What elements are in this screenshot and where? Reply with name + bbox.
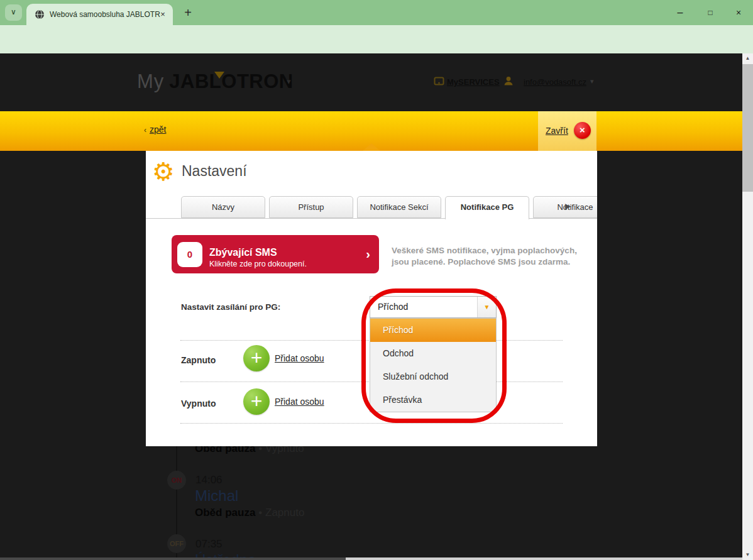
close-label: Zavřít [546, 126, 568, 136]
tab-search-chevron-button[interactable]: ∨ [5, 4, 22, 21]
browser-tab-strip: ∨ Webová samoobsluha JABLOTRON × + – □ × [0, 0, 753, 25]
account-caret-down-icon[interactable]: ▾ [590, 77, 594, 85]
close-button[interactable]: Zavřít × [538, 111, 596, 151]
window-minimize-button[interactable]: – [671, 5, 690, 20]
tab-scroll-arrow-icon[interactable]: ► [563, 200, 573, 211]
globe-favicon-icon [35, 9, 45, 19]
new-tab-button[interactable]: + [180, 5, 195, 20]
back-chevron-icon: ‹ [144, 126, 146, 135]
horizontal-scrollbar-thumb[interactable] [346, 557, 742, 560]
timeline-time: 14:06 [195, 474, 223, 486]
row-divider [180, 423, 563, 424]
window-maximize-button[interactable]: □ [701, 5, 720, 20]
user-icon [503, 75, 514, 87]
horizontal-scrollbar[interactable] [0, 557, 742, 560]
modal-title: Nastavení [182, 163, 247, 180]
timeline-state: • Zapnuto [258, 507, 304, 519]
sms-count-badge: 0 [177, 242, 202, 267]
chevron-right-icon: › [366, 247, 370, 261]
timeline-pg-name: Oběd pauza [195, 507, 255, 519]
timeline-time: 07:35 [195, 538, 223, 551]
add-person-plus-icon[interactable]: + [243, 388, 270, 415]
myservices-link[interactable]: MySERVICES [447, 77, 500, 87]
scroll-down-icon[interactable]: ▼ [742, 549, 753, 560]
window-close-button[interactable]: × [729, 5, 748, 20]
account-email-link[interactable]: info@vodasoft.cz [524, 77, 586, 87]
tab-notifikace-sekci[interactable]: Notifikace Sekcí [357, 196, 441, 218]
browser-tab[interactable]: Webová samoobsluha JABLOTRON × [26, 4, 173, 25]
vertical-scrollbar[interactable]: ▲ ▼ [742, 53, 753, 560]
tab-close-icon[interactable]: × [158, 9, 168, 19]
timeline-user-link[interactable]: Michal [195, 487, 238, 505]
settings-modal: ⚙ Nastavení Názvy Přístup Notifikace Sek… [146, 151, 597, 446]
tab-title: Webová samoobsluha JABLOTRON [50, 10, 160, 19]
logo-caret-down-icon[interactable]: ▾ [287, 77, 291, 86]
sms-banner-subtitle: Klikněte zde pro dokoupení. [209, 260, 307, 268]
logo-gold-notch [214, 72, 224, 79]
sms-banner-title: Zbývající SMS [209, 247, 277, 258]
tab-notifikace-pg[interactable]: Notifikace PG [445, 196, 529, 219]
browser-toolbar: ← → ↻ ⌂ jablonet.net/app/ja100f?service=… [0, 25, 753, 53]
scrollbar-thumb[interactable] [742, 64, 753, 192]
myservices-icon [434, 76, 444, 87]
zapnuto-label: Zapnuto [181, 355, 216, 365]
logo-prefix: My [137, 70, 164, 92]
close-x-icon: × [574, 122, 591, 139]
tab-nazvy[interactable]: Názvy [181, 196, 265, 218]
back-link[interactable]: ‹zpět [144, 124, 166, 135]
sms-pricing-note: Veškeré SMS notifikace, vyjma poplachový… [392, 245, 584, 267]
vypnuto-label: Vypnuto [181, 398, 216, 409]
tabs-divider [146, 218, 597, 219]
gear-icon: ⚙ [152, 157, 175, 186]
add-person-link[interactable]: Přidat osobu [275, 397, 324, 407]
timeline-off-badge: OFF [167, 534, 186, 553]
back-label: zpět [150, 124, 166, 135]
timeline-status: Oběd pauza• Zapnuto [195, 507, 304, 519]
timeline-on-badge: ON [167, 471, 186, 490]
modal-pointer-triangle [363, 143, 380, 151]
add-person-link[interactable]: Přidat osobu [275, 353, 324, 363]
pg-select-label: Nastavit zasílání pro PG: [181, 302, 280, 312]
add-person-plus-icon[interactable]: + [243, 345, 270, 371]
chevron-down-icon: ∨ [11, 8, 16, 16]
logo-name: JABLOTRON [169, 70, 293, 92]
tab-pristup[interactable]: Přístup [269, 196, 353, 218]
scroll-up-icon[interactable]: ▲ [742, 53, 753, 64]
remaining-sms-banner[interactable]: 0 Zbývající SMS Klikněte zde pro dokoupe… [172, 235, 379, 273]
red-annotation-ring [361, 288, 507, 423]
